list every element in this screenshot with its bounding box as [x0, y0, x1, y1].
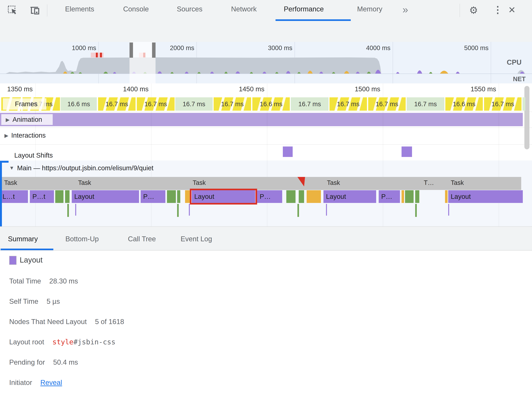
flame-bar[interactable]	[405, 190, 414, 203]
event-color-swatch	[9, 256, 17, 265]
flame-bar[interactable]	[445, 190, 448, 203]
summary-value: 5 µs	[46, 297, 60, 306]
timeline-detail[interactable]: 1350 ms1400 ms1450 ms1500 ms1550 ms 16.7…	[0, 83, 532, 227]
frame-duration[interactable]: 16.6 ms	[61, 97, 97, 111]
summary-row: Self Time5 µs	[9, 297, 60, 306]
frame-duration[interactable]: 16.7 ms	[98, 97, 136, 111]
flame-bar-p[interactable]: P…	[257, 190, 282, 203]
layout-shift-marker[interactable]	[283, 147, 293, 157]
selection-handle-right[interactable]	[152, 43, 156, 58]
cpu-net-divider	[0, 74, 532, 74]
details-tab-bar: SummaryBottom-UpCall TreeEvent Log	[0, 227, 532, 251]
devtools-window: ElementsConsoleSourcesNetworkPerformance…	[0, 0, 532, 400]
more-tabs-icon[interactable]: »	[403, 4, 408, 16]
expand-arrow-icon[interactable]: ▶	[6, 117, 10, 123]
layout-shifts-track-label: Layout Shifts	[14, 152, 53, 159]
frame-duration[interactable]: 16.7 ms	[137, 97, 175, 111]
flame-bar-pt[interactable]: P…t	[30, 190, 54, 203]
main-track-header[interactable]: ▼ Main — https://output.jsbin.com/elisum…	[9, 164, 153, 172]
summary-label: Total Time	[9, 277, 41, 285]
frame-duration[interactable]: 16.6 ms	[252, 97, 290, 111]
devtools-tab-bar: ElementsConsoleSourcesNetworkPerformance…	[0, 0, 532, 21]
task-bar-strip[interactable]: TaskTaskTaskTaskT…Task	[0, 177, 521, 190]
long-task-flag-icon	[298, 177, 305, 187]
tab-elements[interactable]: Elements	[65, 5, 94, 13]
device-toolbar-icon[interactable]	[29, 5, 41, 16]
flame-bar-layout[interactable]: Layout	[448, 190, 523, 203]
frame-duration[interactable]: 16.7 ms	[291, 97, 329, 111]
flame-bar[interactable]	[299, 190, 304, 203]
timeline-overview[interactable]: 1000 ms2000 ms3000 ms4000 ms5000 ms CPU …	[0, 42, 532, 84]
flame-bar-layout[interactable]: Layout	[72, 190, 139, 203]
summary-value: 50.4 ms	[53, 358, 78, 367]
selection-handle-left[interactable]	[129, 43, 133, 58]
reveal-link[interactable]: Reveal	[40, 379, 62, 387]
close-icon[interactable]: ✕	[508, 5, 516, 15]
tab-performance[interactable]: Performance	[284, 5, 324, 13]
flame-bar-p[interactable]: P…	[379, 190, 400, 203]
performance-toolbar: ↻ ⊘ output.jsbin.com #1 Screenshots Memo…	[0, 21, 532, 42]
flame-bar-layout[interactable]: Layout	[323, 190, 376, 203]
kebab-menu-icon[interactable]: ⋮	[493, 4, 502, 15]
code-id: #jsbin-css	[74, 338, 115, 346]
frame-duration[interactable]: 16.7 ms	[175, 97, 213, 111]
tab-bottom-up[interactable]: Bottom-Up	[65, 235, 99, 243]
summary-value: 5 of 1618	[95, 318, 124, 326]
task-label: Task	[327, 179, 340, 186]
frame-duration[interactable]: 16.6 ms	[445, 97, 483, 111]
flame-bar[interactable]	[185, 190, 190, 203]
collapse-arrow-icon[interactable]: ▼	[9, 165, 14, 171]
flame-bar[interactable]	[55, 190, 63, 203]
frame-duration[interactable]: 16.7 ms	[407, 97, 444, 111]
flame-bar-lt[interactable]: L…t	[0, 190, 28, 203]
net-track-label: NET	[513, 75, 526, 83]
divider	[460, 4, 460, 17]
task-label: Task	[193, 179, 206, 186]
ruler-tick-label: 1500 ms	[355, 85, 383, 93]
long-task-marker-bar	[96, 53, 98, 57]
scrollbar-thumb[interactable]	[524, 86, 529, 149]
flame-bar[interactable]	[286, 190, 296, 203]
tab-summary[interactable]: Summary	[8, 235, 38, 243]
tab-call-tree[interactable]: Call Tree	[128, 235, 156, 243]
layout-shift-marker[interactable]	[402, 147, 412, 157]
overview-tick-label: 3000 ms	[268, 44, 295, 52]
tab-console[interactable]: Console	[123, 5, 149, 13]
task-label: Task	[78, 179, 91, 186]
task-label: Task	[4, 179, 17, 186]
overview-tick-label: 2000 ms	[170, 44, 196, 52]
frame-duration[interactable]: 16.7 ms	[484, 97, 521, 111]
child-activity-mark	[67, 204, 69, 217]
flame-bar[interactable]	[415, 190, 419, 203]
settings-gear-icon[interactable]: ⚙	[469, 4, 478, 16]
overview-selection-window[interactable]	[129, 42, 156, 83]
code-tag-name: style	[52, 338, 73, 346]
expand-arrow-icon[interactable]: ▶	[4, 132, 8, 138]
frame-duration[interactable]	[522, 97, 525, 111]
tab-sources[interactable]: Sources	[177, 5, 202, 13]
summary-row: Total Time28.30 ms	[9, 277, 78, 285]
child-activity-mark	[189, 204, 190, 216]
frame-duration[interactable]: 16.7 ms	[329, 97, 367, 111]
child-activity-mark	[448, 204, 449, 216]
flame-bar[interactable]	[177, 190, 180, 203]
flame-bar-p[interactable]: P…	[141, 190, 165, 203]
tab-event-log[interactable]: Event Log	[181, 235, 212, 243]
inspect-element-icon[interactable]	[8, 5, 18, 16]
flame-bar[interactable]	[167, 190, 176, 203]
frame-duration[interactable]: 16.7 ms	[368, 97, 406, 111]
flame-bar[interactable]	[307, 190, 321, 203]
flame-bar[interactable]	[402, 190, 404, 203]
frame-duration[interactable]: 16.7 ms	[214, 97, 251, 111]
row-separator	[0, 128, 532, 128]
animation-track-label[interactable]: ▶ Animation	[1, 114, 53, 125]
interactions-track-label[interactable]: ▶ Interactions	[4, 132, 46, 139]
tab-memory[interactable]: Memory	[357, 5, 382, 13]
animation-track-bar[interactable]	[0, 113, 523, 126]
summary-row: Pending for50.4 ms	[9, 358, 78, 367]
tab-network[interactable]: Network	[231, 5, 257, 13]
summary-panel: Layout Total Time28.30 msSelf Time5 µsNo…	[0, 251, 532, 400]
ruler-tick-label: 1350 ms	[7, 85, 35, 93]
frames-track-label[interactable]: Frames	[3, 98, 46, 110]
flame-bar[interactable]	[65, 190, 70, 203]
